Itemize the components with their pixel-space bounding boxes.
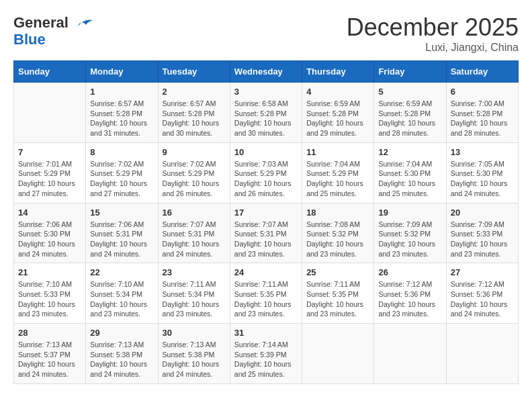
day-info: Sunrise: 7:11 AM Sunset: 5:35 PM Dayligh… bbox=[306, 279, 369, 319]
calendar-cell: 4Sunrise: 6:59 AM Sunset: 5:28 PM Daylig… bbox=[302, 83, 374, 143]
day-number: 12 bbox=[378, 147, 441, 157]
calendar-cell: 16Sunrise: 7:07 AM Sunset: 5:31 PM Dayli… bbox=[158, 203, 230, 263]
day-info: Sunrise: 7:08 AM Sunset: 5:32 PM Dayligh… bbox=[306, 220, 369, 259]
day-number: 6 bbox=[451, 87, 514, 97]
day-number: 29 bbox=[90, 328, 153, 338]
day-number: 7 bbox=[18, 147, 81, 157]
day-number: 23 bbox=[163, 267, 226, 277]
calendar-table: SundayMondayTuesdayWednesdayThursdayFrid… bbox=[13, 60, 519, 384]
calendar-cell: 8Sunrise: 7:02 AM Sunset: 5:29 PM Daylig… bbox=[86, 142, 158, 203]
calendar-cell: 18Sunrise: 7:08 AM Sunset: 5:32 PM Dayli… bbox=[302, 203, 374, 263]
day-info: Sunrise: 7:07 AM Sunset: 5:31 PM Dayligh… bbox=[234, 220, 298, 259]
day-number: 10 bbox=[234, 147, 298, 157]
weekday-header-thursday: Thursday bbox=[302, 61, 374, 83]
calendar-cell: 31Sunrise: 7:14 AM Sunset: 5:39 PM Dayli… bbox=[230, 324, 302, 384]
day-info: Sunrise: 7:11 AM Sunset: 5:34 PM Dayligh… bbox=[163, 279, 226, 319]
day-info: Sunrise: 7:10 AM Sunset: 5:33 PM Dayligh… bbox=[18, 279, 81, 319]
week-row-4: 21Sunrise: 7:10 AM Sunset: 5:33 PM Dayli… bbox=[14, 263, 519, 324]
month-title: December 2025 bbox=[347, 13, 519, 42]
day-info: Sunrise: 7:04 AM Sunset: 5:30 PM Dayligh… bbox=[378, 159, 441, 199]
day-number: 27 bbox=[451, 267, 514, 277]
day-number: 28 bbox=[18, 328, 81, 338]
day-info: Sunrise: 7:06 AM Sunset: 5:31 PM Dayligh… bbox=[90, 220, 153, 259]
day-info: Sunrise: 7:06 AM Sunset: 5:30 PM Dayligh… bbox=[18, 220, 81, 259]
day-info: Sunrise: 7:07 AM Sunset: 5:31 PM Dayligh… bbox=[163, 220, 226, 259]
calendar-cell: 9Sunrise: 7:02 AM Sunset: 5:29 PM Daylig… bbox=[158, 142, 230, 203]
logo-general: General bbox=[13, 14, 69, 31]
logo-bird-icon bbox=[74, 13, 94, 34]
calendar-cell bbox=[14, 83, 86, 143]
week-row-3: 14Sunrise: 7:06 AM Sunset: 5:30 PM Dayli… bbox=[14, 203, 519, 263]
day-number: 8 bbox=[90, 147, 153, 157]
weekday-header-saturday: Saturday bbox=[446, 61, 518, 83]
page-header: General Blue December 2025 Luxi, Jiangxi… bbox=[13, 13, 519, 54]
weekday-header-wednesday: Wednesday bbox=[230, 61, 302, 83]
day-info: Sunrise: 7:13 AM Sunset: 5:37 PM Dayligh… bbox=[18, 340, 81, 379]
day-info: Sunrise: 6:57 AM Sunset: 5:28 PM Dayligh… bbox=[90, 99, 153, 138]
calendar-cell: 14Sunrise: 7:06 AM Sunset: 5:30 PM Dayli… bbox=[14, 203, 86, 263]
day-number: 22 bbox=[90, 267, 153, 277]
calendar-cell: 7Sunrise: 7:01 AM Sunset: 5:29 PM Daylig… bbox=[14, 142, 86, 203]
day-number: 30 bbox=[163, 328, 226, 338]
calendar-cell: 12Sunrise: 7:04 AM Sunset: 5:30 PM Dayli… bbox=[374, 142, 446, 203]
day-info: Sunrise: 7:02 AM Sunset: 5:29 PM Dayligh… bbox=[90, 159, 153, 199]
day-info: Sunrise: 7:01 AM Sunset: 5:29 PM Dayligh… bbox=[18, 159, 81, 199]
logo: General Blue bbox=[13, 13, 94, 48]
day-number: 25 bbox=[306, 267, 369, 277]
calendar-cell: 27Sunrise: 7:12 AM Sunset: 5:36 PM Dayli… bbox=[446, 263, 518, 324]
week-row-1: 1Sunrise: 6:57 AM Sunset: 5:28 PM Daylig… bbox=[14, 83, 519, 143]
calendar-cell: 13Sunrise: 7:05 AM Sunset: 5:30 PM Dayli… bbox=[446, 142, 518, 203]
calendar-cell: 30Sunrise: 7:13 AM Sunset: 5:38 PM Dayli… bbox=[158, 324, 230, 384]
calendar-cell: 26Sunrise: 7:12 AM Sunset: 5:36 PM Dayli… bbox=[374, 263, 446, 324]
calendar-cell: 10Sunrise: 7:03 AM Sunset: 5:29 PM Dayli… bbox=[230, 142, 302, 203]
day-number: 3 bbox=[234, 87, 298, 97]
day-info: Sunrise: 7:13 AM Sunset: 5:38 PM Dayligh… bbox=[163, 340, 226, 379]
day-number: 20 bbox=[451, 208, 514, 218]
calendar-cell bbox=[446, 324, 518, 384]
calendar-cell: 28Sunrise: 7:13 AM Sunset: 5:37 PM Dayli… bbox=[14, 324, 86, 384]
day-info: Sunrise: 6:59 AM Sunset: 5:28 PM Dayligh… bbox=[378, 99, 441, 138]
day-number: 31 bbox=[234, 328, 298, 338]
weekday-header-tuesday: Tuesday bbox=[158, 61, 230, 83]
day-number: 17 bbox=[234, 208, 298, 218]
day-number: 24 bbox=[234, 267, 298, 277]
day-info: Sunrise: 7:12 AM Sunset: 5:36 PM Dayligh… bbox=[451, 279, 514, 319]
title-block: December 2025 Luxi, Jiangxi, China bbox=[347, 13, 519, 54]
day-info: Sunrise: 7:00 AM Sunset: 5:28 PM Dayligh… bbox=[451, 99, 514, 138]
calendar-cell: 22Sunrise: 7:10 AM Sunset: 5:34 PM Dayli… bbox=[86, 263, 158, 324]
location: Luxi, Jiangxi, China bbox=[347, 42, 519, 54]
day-info: Sunrise: 7:03 AM Sunset: 5:29 PM Dayligh… bbox=[234, 159, 298, 199]
calendar-cell: 20Sunrise: 7:09 AM Sunset: 5:33 PM Dayli… bbox=[446, 203, 518, 263]
day-number: 16 bbox=[163, 208, 226, 218]
day-info: Sunrise: 7:02 AM Sunset: 5:29 PM Dayligh… bbox=[163, 159, 226, 199]
day-number: 19 bbox=[378, 208, 441, 218]
day-info: Sunrise: 7:11 AM Sunset: 5:35 PM Dayligh… bbox=[234, 279, 298, 319]
calendar-cell: 17Sunrise: 7:07 AM Sunset: 5:31 PM Dayli… bbox=[230, 203, 302, 263]
day-info: Sunrise: 7:05 AM Sunset: 5:30 PM Dayligh… bbox=[451, 159, 514, 199]
day-number: 5 bbox=[378, 87, 441, 97]
day-number: 13 bbox=[451, 147, 514, 157]
day-info: Sunrise: 7:12 AM Sunset: 5:36 PM Dayligh… bbox=[378, 279, 441, 319]
day-number: 21 bbox=[18, 267, 81, 277]
calendar-cell: 21Sunrise: 7:10 AM Sunset: 5:33 PM Dayli… bbox=[14, 263, 86, 324]
day-number: 4 bbox=[306, 87, 369, 97]
calendar-cell bbox=[302, 324, 374, 384]
day-number: 18 bbox=[306, 208, 369, 218]
day-number: 9 bbox=[163, 147, 226, 157]
calendar-cell: 24Sunrise: 7:11 AM Sunset: 5:35 PM Dayli… bbox=[230, 263, 302, 324]
calendar-cell: 11Sunrise: 7:04 AM Sunset: 5:29 PM Dayli… bbox=[302, 142, 374, 203]
day-number: 11 bbox=[306, 147, 369, 157]
week-row-2: 7Sunrise: 7:01 AM Sunset: 5:29 PM Daylig… bbox=[14, 142, 519, 203]
weekday-header-row: SundayMondayTuesdayWednesdayThursdayFrid… bbox=[14, 61, 519, 83]
day-info: Sunrise: 7:09 AM Sunset: 5:32 PM Dayligh… bbox=[378, 220, 441, 259]
day-info: Sunrise: 7:14 AM Sunset: 5:39 PM Dayligh… bbox=[234, 340, 298, 379]
day-info: Sunrise: 7:10 AM Sunset: 5:34 PM Dayligh… bbox=[90, 279, 153, 319]
day-info: Sunrise: 6:59 AM Sunset: 5:28 PM Dayligh… bbox=[306, 99, 369, 138]
calendar-cell: 19Sunrise: 7:09 AM Sunset: 5:32 PM Dayli… bbox=[374, 203, 446, 263]
calendar-cell: 29Sunrise: 7:13 AM Sunset: 5:38 PM Dayli… bbox=[86, 324, 158, 384]
day-number: 15 bbox=[90, 208, 153, 218]
day-info: Sunrise: 7:13 AM Sunset: 5:38 PM Dayligh… bbox=[90, 340, 153, 379]
day-number: 26 bbox=[378, 267, 441, 277]
calendar-cell: 5Sunrise: 6:59 AM Sunset: 5:28 PM Daylig… bbox=[374, 83, 446, 143]
day-number: 1 bbox=[90, 87, 153, 97]
